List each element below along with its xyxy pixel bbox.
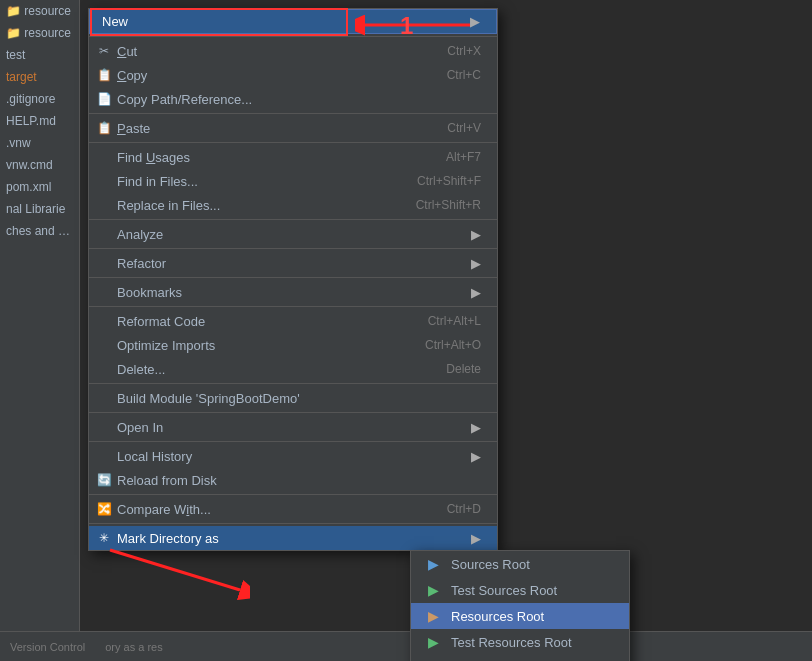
- bottom-panel-info: ory as a res: [105, 641, 162, 653]
- submenu-item-resources-root[interactable]: ▶ Resources Root: [411, 603, 629, 629]
- menu-item-open-in-label: Open In: [117, 420, 463, 435]
- menu-shortcut-optimize: Ctrl+Alt+O: [425, 338, 481, 352]
- submenu-item-test-sources-root[interactable]: ▶ Test Sources Root: [411, 577, 629, 603]
- separator-7: [89, 306, 497, 307]
- sources-root-label: Sources Root: [451, 557, 530, 572]
- submenu-item-excluded[interactable]: ⊗ Excluded: [411, 655, 629, 661]
- reload-icon: 🔄: [95, 471, 113, 489]
- separator-6: [89, 277, 497, 278]
- menu-item-local-history-label: Local History: [117, 449, 463, 464]
- menu-shortcut-find-usages: Alt+F7: [446, 150, 481, 164]
- menu-shortcut-copy: Ctrl+C: [447, 68, 481, 82]
- copy-icon: 📋: [95, 66, 113, 84]
- separator-4: [89, 219, 497, 220]
- menu-shortcut-delete: Delete: [446, 362, 481, 376]
- submenu-markdir: ▶ Sources Root ▶ Test Sources Root ▶ Res…: [410, 550, 630, 661]
- menu-shortcut-reformat: Ctrl+Alt+L: [428, 314, 481, 328]
- menu-item-delete[interactable]: Delete... Delete: [89, 357, 497, 381]
- test-resources-icon: ▶: [423, 634, 443, 650]
- version-control-label[interactable]: Version Control: [10, 641, 85, 653]
- separator-3: [89, 142, 497, 143]
- menu-item-compare-label: Compare With...: [117, 502, 427, 517]
- red-arrow-to-markdir: [100, 540, 250, 600]
- red-arrow-to-new: [355, 5, 475, 45]
- separator-11: [89, 494, 497, 495]
- menu-item-cut-label: Cut: [117, 44, 427, 59]
- compare-icon: 🔀: [95, 500, 113, 518]
- test-sources-root-label: Test Sources Root: [451, 583, 557, 598]
- menu-item-find-in-files[interactable]: Find in Files... Ctrl+Shift+F: [89, 169, 497, 193]
- menu-item-delete-label: Delete...: [117, 362, 426, 377]
- menu-item-copy-path-label: Copy Path/Reference...: [117, 92, 481, 107]
- menu-item-replace-in-files[interactable]: Replace in Files... Ctrl+Shift+R: [89, 193, 497, 217]
- sidebar-item-resource2[interactable]: 📁 resource: [0, 22, 79, 44]
- context-menu: New ▶ ✂ Cut Ctrl+X 📋 Copy Ctrl+C 📄 Copy …: [88, 8, 498, 551]
- menu-arrow-mark-dir: ▶: [471, 531, 481, 546]
- menu-shortcut-cut: Ctrl+X: [447, 44, 481, 58]
- menu-item-replace-in-files-label: Replace in Files...: [117, 198, 396, 213]
- submenu-item-test-resources-root[interactable]: ▶ Test Resources Root: [411, 629, 629, 655]
- menu-item-paste[interactable]: 📋 Paste Ctrl+V: [89, 116, 497, 140]
- menu-item-analyze-label: Analyze: [117, 227, 463, 242]
- copy-path-icon: 📄: [95, 90, 113, 108]
- menu-arrow-open-in: ▶: [471, 420, 481, 435]
- menu-item-reformat[interactable]: Reformat Code Ctrl+Alt+L: [89, 309, 497, 333]
- menu-shortcut-replace: Ctrl+Shift+R: [416, 198, 481, 212]
- menu-item-optimize-label: Optimize Imports: [117, 338, 405, 353]
- sidebar-item-resource1[interactable]: 📁 resource: [0, 0, 79, 22]
- sidebar-item-test[interactable]: test: [0, 44, 79, 66]
- menu-item-refactor-label: Refactor: [117, 256, 463, 271]
- svg-line-3: [110, 550, 240, 590]
- cut-icon: ✂: [95, 42, 113, 60]
- menu-item-find-in-files-label: Find in Files...: [117, 174, 397, 189]
- submenu-item-sources-root[interactable]: ▶ Sources Root: [411, 551, 629, 577]
- menu-item-bookmarks[interactable]: Bookmarks ▶: [89, 280, 497, 304]
- menu-item-reformat-label: Reformat Code: [117, 314, 408, 329]
- menu-item-copy-label: Copy: [117, 68, 427, 83]
- test-resources-root-label: Test Resources Root: [451, 635, 572, 650]
- menu-item-open-in[interactable]: Open In ▶: [89, 415, 497, 439]
- sidebar-item-helpmd[interactable]: HELP.md: [0, 110, 79, 132]
- menu-item-optimize[interactable]: Optimize Imports Ctrl+Alt+O: [89, 333, 497, 357]
- menu-item-build[interactable]: Build Module 'SpringBootDemo': [89, 386, 497, 410]
- menu-shortcut-paste: Ctrl+V: [447, 121, 481, 135]
- project-sidebar: 📁 resource 📁 resource test target .gitig…: [0, 0, 80, 661]
- menu-arrow-analyze: ▶: [471, 227, 481, 242]
- menu-item-refactor[interactable]: Refactor ▶: [89, 251, 497, 275]
- menu-arrow-bookmarks: ▶: [471, 285, 481, 300]
- separator-8: [89, 383, 497, 384]
- menu-item-copy[interactable]: 📋 Copy Ctrl+C: [89, 63, 497, 87]
- sidebar-item-changes[interactable]: ches and Co: [0, 220, 79, 242]
- bottom-panel: Version Control ory as a res: [0, 631, 812, 661]
- menu-item-reload[interactable]: 🔄 Reload from Disk: [89, 468, 497, 492]
- separator-5: [89, 248, 497, 249]
- resources-root-icon: ▶: [423, 608, 443, 624]
- paste-icon: 📋: [95, 119, 113, 137]
- menu-item-build-label: Build Module 'SpringBootDemo': [117, 391, 481, 406]
- sources-root-icon: ▶: [423, 556, 443, 572]
- menu-item-find-usages[interactable]: Find Usages Alt+F7: [89, 145, 497, 169]
- sidebar-item-target[interactable]: target: [0, 66, 79, 88]
- separator-10: [89, 441, 497, 442]
- menu-item-local-history[interactable]: Local History ▶: [89, 444, 497, 468]
- separator-12: [89, 523, 497, 524]
- menu-item-copy-path[interactable]: 📄 Copy Path/Reference...: [89, 87, 497, 111]
- menu-item-bookmarks-label: Bookmarks: [117, 285, 463, 300]
- menu-item-paste-label: Paste: [117, 121, 427, 136]
- sidebar-item-libraries[interactable]: nal Librarie: [0, 198, 79, 220]
- sidebar-item-vnw[interactable]: .vnw: [0, 132, 79, 154]
- annotation-number-1: 1: [400, 12, 413, 40]
- menu-item-compare[interactable]: 🔀 Compare With... Ctrl+D: [89, 497, 497, 521]
- sidebar-item-vnwcmd[interactable]: vnw.cmd: [0, 154, 79, 176]
- menu-shortcut-find-in-files: Ctrl+Shift+F: [417, 174, 481, 188]
- menu-arrow-local-history: ▶: [471, 449, 481, 464]
- resources-root-label: Resources Root: [451, 609, 544, 624]
- menu-item-reload-label: Reload from Disk: [117, 473, 481, 488]
- sidebar-item-pomxml[interactable]: pom.xml: [0, 176, 79, 198]
- menu-item-analyze[interactable]: Analyze ▶: [89, 222, 497, 246]
- menu-item-find-usages-label: Find Usages: [117, 150, 426, 165]
- sidebar-item-gitignore[interactable]: .gitignore: [0, 88, 79, 110]
- separator-2: [89, 113, 497, 114]
- separator-9: [89, 412, 497, 413]
- menu-shortcut-compare: Ctrl+D: [447, 502, 481, 516]
